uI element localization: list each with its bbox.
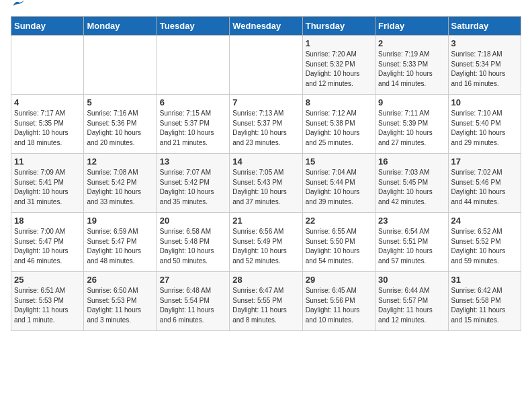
day-info: Sunrise: 7:15 AM Sunset: 5:37 PM Dayligh… [160, 109, 226, 148]
calendar-cell: 26Sunrise: 6:50 AM Sunset: 5:53 PM Dayli… [84, 272, 157, 331]
day-number: 28 [232, 275, 299, 285]
header-tuesday: Tuesday [157, 17, 229, 36]
day-info: Sunrise: 6:50 AM Sunset: 5:53 PM Dayligh… [87, 286, 153, 325]
calendar-cell: 6Sunrise: 7:15 AM Sunset: 5:37 PM Daylig… [157, 95, 229, 154]
day-number: 1 [306, 38, 372, 48]
day-number: 4 [14, 97, 81, 107]
header-wednesday: Wednesday [230, 17, 302, 36]
calendar-cell: 27Sunrise: 6:48 AM Sunset: 5:54 PM Dayli… [157, 272, 229, 331]
calendar-cell: 1Sunrise: 7:20 AM Sunset: 5:32 PM Daylig… [302, 36, 375, 95]
day-info: Sunrise: 6:55 AM Sunset: 5:50 PM Dayligh… [306, 227, 372, 266]
day-number: 30 [378, 275, 445, 285]
week-row-1: 1Sunrise: 7:20 AM Sunset: 5:32 PM Daylig… [11, 36, 521, 95]
day-number: 13 [160, 156, 226, 167]
day-number: 10 [451, 97, 518, 107]
day-number: 5 [87, 97, 153, 107]
calendar-cell: 12Sunrise: 7:08 AM Sunset: 5:42 PM Dayli… [84, 154, 157, 213]
day-info: Sunrise: 7:16 AM Sunset: 5:36 PM Dayligh… [87, 109, 153, 148]
calendar-cell: 16Sunrise: 7:03 AM Sunset: 5:45 PM Dayli… [375, 154, 448, 213]
week-row-5: 25Sunrise: 6:51 AM Sunset: 5:53 PM Dayli… [11, 272, 521, 331]
calendar-cell: 17Sunrise: 7:02 AM Sunset: 5:46 PM Dayli… [448, 154, 521, 213]
header-saturday: Saturday [448, 17, 521, 36]
calendar-cell: 9Sunrise: 7:11 AM Sunset: 5:39 PM Daylig… [375, 95, 448, 154]
day-info: Sunrise: 7:17 AM Sunset: 5:35 PM Dayligh… [14, 109, 81, 148]
day-info: Sunrise: 6:44 AM Sunset: 5:57 PM Dayligh… [378, 286, 445, 325]
day-info: Sunrise: 7:02 AM Sunset: 5:46 PM Dayligh… [451, 168, 518, 207]
day-number: 14 [232, 156, 299, 167]
day-info: Sunrise: 6:45 AM Sunset: 5:56 PM Dayligh… [306, 286, 372, 325]
calendar-cell: 19Sunrise: 6:59 AM Sunset: 5:47 PM Dayli… [84, 213, 157, 272]
day-number: 22 [306, 216, 372, 226]
day-info: Sunrise: 6:59 AM Sunset: 5:47 PM Dayligh… [87, 227, 153, 266]
calendar-cell [230, 36, 302, 95]
day-number: 17 [451, 156, 518, 167]
day-info: Sunrise: 7:12 AM Sunset: 5:38 PM Dayligh… [306, 109, 372, 148]
day-info: Sunrise: 6:51 AM Sunset: 5:53 PM Dayligh… [14, 286, 81, 325]
calendar-cell: 29Sunrise: 6:45 AM Sunset: 5:56 PM Dayli… [302, 272, 375, 331]
calendar-cell: 10Sunrise: 7:10 AM Sunset: 5:40 PM Dayli… [448, 95, 521, 154]
day-number: 29 [306, 275, 372, 285]
calendar-cell: 24Sunrise: 6:52 AM Sunset: 5:52 PM Dayli… [448, 213, 521, 272]
day-info: Sunrise: 7:20 AM Sunset: 5:32 PM Dayligh… [306, 50, 372, 89]
header-monday: Monday [84, 17, 157, 36]
calendar-cell: 28Sunrise: 6:47 AM Sunset: 5:55 PM Dayli… [230, 272, 302, 331]
day-info: Sunrise: 7:04 AM Sunset: 5:44 PM Dayligh… [306, 168, 372, 207]
header-row: SundayMondayTuesdayWednesdayThursdayFrid… [11, 17, 521, 36]
day-info: Sunrise: 6:48 AM Sunset: 5:54 PM Dayligh… [160, 286, 226, 325]
day-number: 2 [378, 38, 445, 48]
calendar-cell: 4Sunrise: 7:17 AM Sunset: 5:35 PM Daylig… [11, 95, 84, 154]
calendar-cell: 2Sunrise: 7:19 AM Sunset: 5:33 PM Daylig… [375, 36, 448, 95]
day-info: Sunrise: 7:19 AM Sunset: 5:33 PM Dayligh… [378, 50, 445, 89]
day-info: Sunrise: 7:13 AM Sunset: 5:37 PM Dayligh… [232, 109, 299, 148]
calendar-cell: 18Sunrise: 7:00 AM Sunset: 5:47 PM Dayli… [11, 213, 84, 272]
calendar-table: SundayMondayTuesdayWednesdayThursdayFrid… [11, 16, 521, 331]
header-thursday: Thursday [302, 17, 375, 36]
day-number: 26 [87, 275, 153, 285]
calendar-cell: 30Sunrise: 6:44 AM Sunset: 5:57 PM Dayli… [375, 272, 448, 331]
calendar-cell: 8Sunrise: 7:12 AM Sunset: 5:38 PM Daylig… [302, 95, 375, 154]
day-number: 8 [306, 97, 372, 107]
calendar-cell [84, 36, 157, 95]
day-number: 6 [160, 97, 226, 107]
calendar-cell: 15Sunrise: 7:04 AM Sunset: 5:44 PM Dayli… [302, 154, 375, 213]
day-info: Sunrise: 7:11 AM Sunset: 5:39 PM Dayligh… [378, 109, 445, 148]
day-number: 21 [232, 216, 299, 226]
calendar-cell: 25Sunrise: 6:51 AM Sunset: 5:53 PM Dayli… [11, 272, 84, 331]
calendar-cell: 23Sunrise: 6:54 AM Sunset: 5:51 PM Dayli… [375, 213, 448, 272]
day-number: 19 [87, 216, 153, 226]
day-info: Sunrise: 6:56 AM Sunset: 5:49 PM Dayligh… [232, 227, 299, 266]
day-number: 24 [451, 216, 518, 226]
day-info: Sunrise: 7:00 AM Sunset: 5:47 PM Dayligh… [14, 227, 81, 266]
day-info: Sunrise: 6:47 AM Sunset: 5:55 PM Dayligh… [232, 286, 299, 325]
day-number: 25 [14, 275, 81, 285]
day-number: 12 [87, 156, 153, 167]
day-info: Sunrise: 7:03 AM Sunset: 5:45 PM Dayligh… [378, 168, 445, 207]
calendar-cell: 21Sunrise: 6:56 AM Sunset: 5:49 PM Dayli… [230, 213, 302, 272]
calendar-cell: 13Sunrise: 7:07 AM Sunset: 5:42 PM Dayli… [157, 154, 229, 213]
day-number: 11 [14, 156, 81, 167]
week-row-3: 11Sunrise: 7:09 AM Sunset: 5:41 PM Dayli… [11, 154, 521, 213]
day-info: Sunrise: 7:18 AM Sunset: 5:34 PM Dayligh… [451, 50, 518, 89]
calendar-cell: 14Sunrise: 7:05 AM Sunset: 5:43 PM Dayli… [230, 154, 302, 213]
day-number: 16 [378, 156, 445, 167]
day-number: 7 [232, 97, 299, 107]
calendar-cell: 22Sunrise: 6:55 AM Sunset: 5:50 PM Dayli… [302, 213, 375, 272]
day-info: Sunrise: 6:54 AM Sunset: 5:51 PM Dayligh… [378, 227, 445, 266]
day-info: Sunrise: 7:08 AM Sunset: 5:42 PM Dayligh… [87, 168, 153, 207]
day-number: 18 [14, 216, 81, 226]
day-info: Sunrise: 6:42 AM Sunset: 5:58 PM Dayligh… [451, 286, 518, 325]
day-info: Sunrise: 7:09 AM Sunset: 5:41 PM Dayligh… [14, 168, 81, 207]
day-number: 27 [160, 275, 226, 285]
calendar-cell: 31Sunrise: 6:42 AM Sunset: 5:58 PM Dayli… [448, 272, 521, 331]
week-row-4: 18Sunrise: 7:00 AM Sunset: 5:47 PM Dayli… [11, 213, 521, 272]
day-info: Sunrise: 7:05 AM Sunset: 5:43 PM Dayligh… [232, 168, 299, 207]
week-row-2: 4Sunrise: 7:17 AM Sunset: 5:35 PM Daylig… [11, 95, 521, 154]
calendar-cell: 11Sunrise: 7:09 AM Sunset: 5:41 PM Dayli… [11, 154, 84, 213]
calendar-cell [11, 36, 84, 95]
day-info: Sunrise: 6:52 AM Sunset: 5:52 PM Dayligh… [451, 227, 518, 266]
day-number: 15 [306, 156, 372, 167]
calendar-cell: 20Sunrise: 6:58 AM Sunset: 5:48 PM Dayli… [157, 213, 229, 272]
day-number: 23 [378, 216, 445, 226]
day-info: Sunrise: 7:10 AM Sunset: 5:40 PM Dayligh… [451, 109, 518, 148]
logo-bird-icon [12, 0, 24, 9]
